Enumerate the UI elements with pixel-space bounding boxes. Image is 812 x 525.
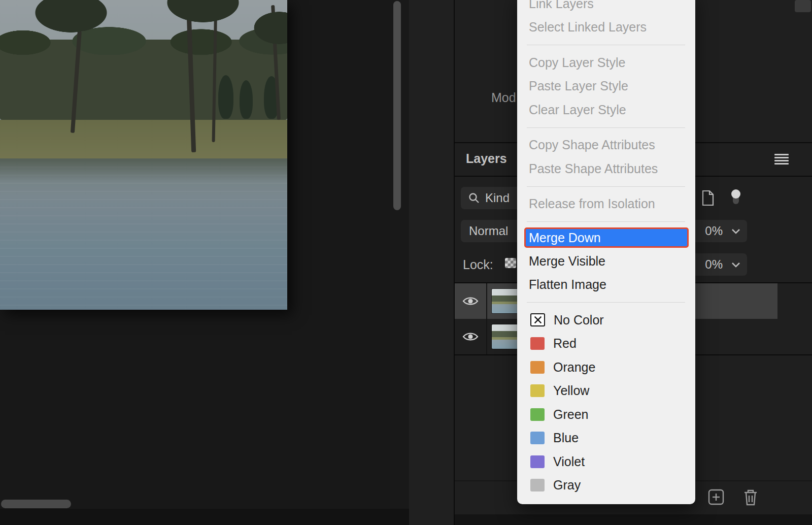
canvas-horizontal-scrollbar-thumb[interactable] [1,500,71,508]
add-layer-button[interactable] [708,489,724,505]
menu-item-flatten-image[interactable]: Flatten Image [517,273,695,297]
panel-menu-icon[interactable] [774,154,789,165]
menu-separator [527,221,685,222]
menu-item-link-layers[interactable]: Link Layers [517,0,695,16]
menu-item-paste-layer-style[interactable]: Paste Layer Style [517,75,695,99]
gray-swatch-icon [530,479,545,491]
menu-item-no-color[interactable]: No Color [517,308,695,332]
menu-item-copy-layer-style[interactable]: Copy Layer Style [517,51,695,75]
menu-item-label: Violet [553,454,585,469]
layers-panel-title: Layers [466,151,507,166]
menu-item-orange[interactable]: Orange [517,355,695,379]
menu-item-label: Yellow [553,383,589,398]
blue-swatch-icon [530,432,545,444]
filter-kind-label: Kind [485,191,510,205]
menu-item-yellow[interactable]: Yellow [517,379,695,403]
menu-item-merge-down[interactable]: Merge Down [524,227,689,248]
chevron-down-icon[interactable] [731,227,741,235]
filter-document-icon[interactable] [701,190,715,206]
green-swatch-icon [530,408,545,421]
menu-separator [527,127,685,128]
menu-item-red[interactable]: Red [517,332,695,356]
menu-item-label: Green [553,407,588,422]
lock-transparency-icon[interactable] [505,258,516,268]
filter-toggle-switch[interactable] [729,188,743,207]
chevron-down-icon[interactable] [731,261,741,268]
menu-item-violet[interactable]: Violet [517,450,695,474]
panel-footer-strip [455,514,812,525]
search-icon [468,192,480,204]
menu-item-label: Red [553,336,577,351]
menu-separator [527,186,685,187]
menu-item-merge-visible[interactable]: Merge Visible [517,249,695,273]
menu-separator [527,302,685,303]
menu-item-label: No Color [554,313,604,327]
menu-item-release-from-isolation[interactable]: Release from Isolation [517,192,695,216]
layers-context-menu: Link Layers Select Linked Layers Copy La… [517,0,695,504]
menu-item-paste-shape-attributes[interactable]: Paste Shape Attributes [517,157,695,181]
canvas-vertical-scrollbar-thumb[interactable] [393,1,401,210]
menu-item-label: Gray [553,478,581,493]
menu-item-green[interactable]: Green [517,403,695,426]
menu-item-gray[interactable]: Gray [517,474,695,498]
mode-label-partial: Mod [491,90,516,105]
lock-label: Lock: [463,257,493,272]
statusbar-strip [0,509,409,525]
fill-value: 0% [705,257,723,272]
dim-overlay [0,0,287,310]
menu-item-label: Blue [553,431,579,445]
panel-gutter [409,0,455,525]
orange-swatch-icon [530,361,545,374]
blend-mode-value: Normal [469,224,508,238]
yellow-swatch-icon [530,384,545,397]
photoshop-window: Mod Layers Kind [0,0,812,525]
document-canvas[interactable] [0,0,287,310]
delete-layer-button[interactable] [741,487,760,507]
eye-cell[interactable] [455,319,487,354]
menu-item-clear-layer-style[interactable]: Clear Layer Style [517,98,695,122]
menu-item-blue[interactable]: Blue [517,426,695,450]
menu-item-label: Orange [553,360,595,375]
menu-separator [527,45,685,45]
panel-scrollbar-thumb[interactable] [795,0,811,12]
violet-swatch-icon [530,455,545,468]
no-color-swatch-icon [530,313,545,326]
menu-item-select-linked-layers[interactable]: Select Linked Layers [517,16,695,40]
eye-cell[interactable] [455,283,487,319]
menu-item-copy-shape-attributes[interactable]: Copy Shape Attributes [517,134,695,157]
opacity-value: 0% [705,224,723,238]
red-swatch-icon [530,337,545,350]
